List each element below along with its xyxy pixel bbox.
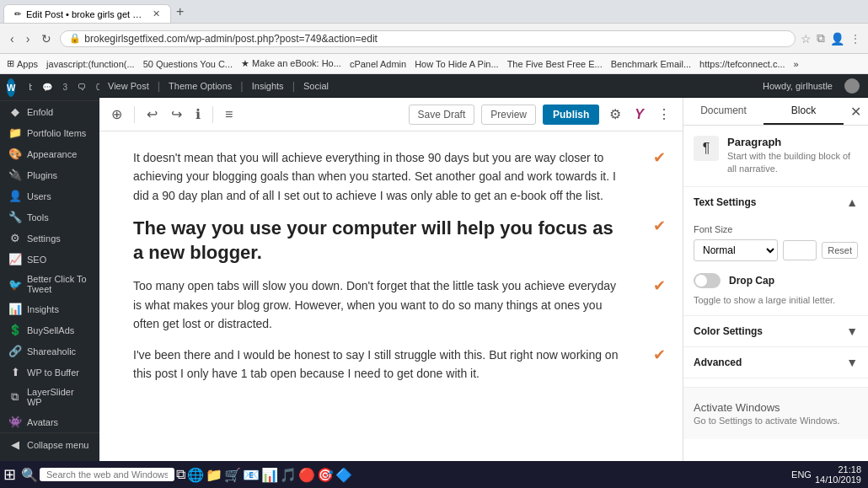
bookmark-hide-pin[interactable]: How To Hide A Pin... — [415, 59, 498, 69]
font-size-input[interactable] — [783, 240, 817, 260]
paragraph-block-1[interactable]: It doesn't mean that you will achieve ev… — [133, 148, 649, 205]
store-icon[interactable]: 🛒 — [224, 467, 241, 483]
font-size-select[interactable]: Normal Small Large Huge — [694, 239, 778, 261]
publish-button[interactable]: Publish — [543, 105, 599, 125]
music-icon[interactable]: 🎯 — [317, 467, 334, 483]
save-draft-button[interactable]: Save Draft — [409, 105, 475, 125]
reload-button[interactable]: ↻ — [38, 30, 55, 47]
seo-label: SEO — [27, 255, 46, 265]
social-link[interactable]: Social — [303, 81, 329, 91]
back-button[interactable]: ‹ — [7, 30, 18, 47]
users-label: Users — [27, 191, 51, 201]
sidebar-item-layerslider[interactable]: ⧉ LayerSlider WP — [0, 383, 99, 411]
sidebar-item-avatars[interactable]: 👾 Avatars — [0, 411, 99, 432]
block-inserter-button[interactable]: ⊕ — [108, 103, 126, 126]
paragraph-block-2[interactable]: Too many open tabs will slow you down. D… — [133, 276, 649, 333]
activate-windows-title: Activate Windows — [694, 401, 858, 414]
bookmark-five-best[interactable]: The Five Best Free E... — [507, 59, 603, 69]
excel-icon[interactable]: 📊 — [261, 467, 278, 483]
theme-options-link[interactable]: Theme Options — [169, 81, 232, 91]
heading-block[interactable]: The way you use your computer will help … — [133, 217, 649, 265]
info-button[interactable]: ℹ — [192, 103, 204, 126]
site-name-link[interactable]: broke girls get fixed — [25, 83, 32, 92]
forward-button[interactable]: › — [23, 30, 34, 47]
color-settings-title: Color Settings — [694, 325, 763, 337]
bookmark-apps[interactable]: ⊞ Apps — [7, 58, 38, 69]
bookmark-ebook[interactable]: ★ Make an eBook: Ho... — [241, 58, 341, 69]
bookmark-benchmark[interactable]: Benchmark Email... — [611, 59, 691, 69]
extensions-icon[interactable]: ⧉ — [817, 31, 825, 46]
advanced-header[interactable]: Advanced ▼ — [683, 347, 868, 378]
activate-windows-notice: Activate Windows Go to Settings to activ… — [683, 387, 868, 439]
sidebar-item-seo[interactable]: 📈 SEO — [0, 249, 99, 270]
tab-block[interactable]: Block — [764, 98, 844, 125]
panel-close-button[interactable]: ✕ — [844, 100, 868, 123]
editor-wrapper: View Post | Theme Options | Insights | S… — [99, 74, 868, 488]
tab-document[interactable]: Document — [683, 98, 764, 125]
settings-panel-button[interactable]: ⚙ — [606, 103, 624, 126]
new-tab-button[interactable]: + — [171, 4, 189, 19]
sidebar-item-collapse[interactable]: ◀ Collapse menu — [0, 432, 99, 455]
undo-button[interactable]: ↩ — [143, 103, 161, 126]
color-settings-header[interactable]: Color Settings ▼ — [683, 316, 868, 346]
more-options-button[interactable]: ⋮ — [654, 103, 674, 126]
text-settings-section: Text Settings ▲ Font Size Normal Small L… — [683, 187, 868, 316]
windows-start-button[interactable]: ⊞ — [3, 465, 16, 484]
sidebar-item-better-click[interactable]: 🐦 Better Click To Tweet — [0, 270, 99, 298]
preview-button[interactable]: Preview — [481, 105, 536, 125]
bookmark-javascript[interactable]: javascript:(function(... — [46, 59, 135, 69]
toggle-knob — [695, 275, 707, 287]
drop-cap-toggle[interactable] — [694, 273, 721, 288]
bookmark-cpanel[interactable]: cPanel Admin — [350, 59, 406, 69]
taskbar-clock: 21:18 14/10/2019 — [815, 464, 861, 485]
checkmark-2: ✔ — [653, 276, 666, 295]
edge-icon[interactable]: 🌐 — [187, 467, 204, 483]
file-explorer-icon[interactable]: 📁 — [206, 467, 222, 483]
heading-text: The way you use your computer will help … — [133, 217, 624, 265]
task-view-icon[interactable]: ⧉ — [176, 467, 185, 482]
bookmark-star[interactable]: ☆ — [801, 32, 812, 46]
chrome-icon[interactable]: 🔴 — [298, 467, 315, 483]
text-settings-header[interactable]: Text Settings ▲ — [683, 187, 868, 217]
taskbar-search-input[interactable] — [40, 468, 174, 481]
sidebar-item-settings[interactable]: ⚙ Settings — [0, 228, 99, 249]
address-bar[interactable]: 🔒 brokegirlsgetfixed.com/wp-admin/post.p… — [60, 30, 796, 47]
tab-close-button[interactable]: ✕ — [153, 8, 160, 19]
active-tab[interactable]: ✏ Edit Post • broke girls get fixed — ✕ — [3, 4, 171, 23]
bookmark-tef[interactable]: https://tefconnect.c... — [699, 59, 785, 69]
more-options-icon[interactable]: ⋮ — [849, 32, 861, 46]
color-settings-section: Color Settings ▼ — [683, 316, 868, 347]
sidebar-item-portfolio[interactable]: 📁 Portfolio Items — [0, 122, 99, 143]
yoast-button[interactable]: Y — [631, 104, 647, 126]
word-icon[interactable]: 🔷 — [335, 467, 352, 483]
text-settings-title: Text Settings — [694, 196, 756, 208]
enfold-label: Enfold — [27, 107, 53, 117]
sidebar-item-enfold[interactable]: ◆ Enfold — [0, 101, 99, 122]
sidebar-item-insights[interactable]: 📊 Insights — [0, 298, 99, 319]
redo-button[interactable]: ↪ — [168, 103, 185, 126]
reset-font-size-button[interactable]: Reset — [822, 242, 858, 259]
editor-content[interactable]: It doesn't mean that you will achieve ev… — [99, 131, 683, 464]
tools-menu-button[interactable]: ≡ — [222, 104, 236, 126]
howdy-text: Howdy, girlhustle — [763, 81, 833, 91]
bookmark-questions[interactable]: 50 Questions You C... — [143, 59, 233, 69]
paragraph-text-2: Too many open tabs will slow you down. D… — [133, 276, 624, 333]
block-info: ¶ Paragraph Start with the building bloc… — [683, 126, 868, 187]
activate-windows-desc: Go to Settings to activate Windows. — [694, 416, 858, 426]
block-title: Paragraph — [727, 136, 858, 148]
apps-label: Apps — [17, 59, 38, 69]
profile-icon[interactable]: 👤 — [830, 32, 844, 46]
paragraph-block-3[interactable]: I've been there and I would be honest to… — [133, 346, 649, 383]
sidebar-item-appearance[interactable]: 🎨 Appearance — [0, 143, 99, 164]
sidebar-item-wp-buffer[interactable]: ⬆ WP to Buffer — [0, 362, 99, 383]
mail-icon[interactable]: 📧 — [243, 467, 260, 483]
bookmark-more[interactable]: » — [794, 59, 799, 69]
onenote-icon[interactable]: 🎵 — [280, 467, 297, 483]
sidebar-item-plugins[interactable]: 🔌 Plugins — [0, 164, 99, 185]
sidebar-item-tools[interactable]: 🔧 Tools — [0, 206, 99, 228]
sidebar-item-shareaholic[interactable]: 🔗 Shareaholic — [0, 341, 99, 362]
sidebar-item-buysellads[interactable]: 💲 BuySellAds — [0, 319, 99, 341]
insights-link[interactable]: Insights — [252, 81, 284, 91]
sidebar-item-users[interactable]: 👤 Users — [0, 185, 99, 206]
view-post-link[interactable]: View Post — [108, 81, 149, 91]
